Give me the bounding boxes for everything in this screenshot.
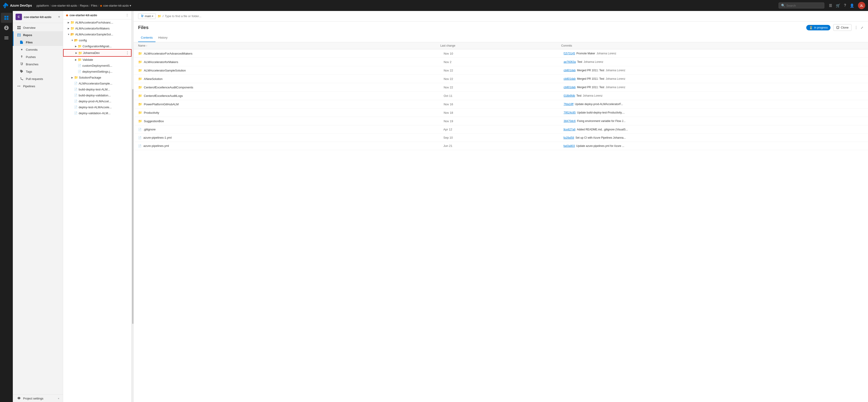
commit-hash[interactable]: 7fda18ff	[564, 103, 574, 106]
commit-message: Promote Maker	[577, 52, 595, 55]
nav-item-overview[interactable]: Overview	[13, 24, 63, 31]
sidebar-icon-overview[interactable]	[1, 13, 12, 23]
tree-item-validate[interactable]: ▶ 📁 Validate	[63, 57, 131, 63]
file-name[interactable]: SuggestionBox	[144, 120, 444, 123]
file-name[interactable]: azure-pipelines-1.yml	[143, 136, 443, 139]
project-add-button[interactable]: +	[58, 15, 60, 19]
tree-item-deploymentsettings[interactable]: ▶ 📄 deploymentSettings.j...	[63, 69, 131, 74]
breadcrumb-pplatform[interactable]: pplatform	[37, 4, 49, 7]
help-icon[interactable]: ?	[844, 3, 846, 7]
commit-hash[interactable]: cb801dab	[564, 86, 576, 89]
search-bar[interactable]: 🔍	[779, 2, 824, 8]
commit-hash[interactable]: 79524c85	[564, 111, 576, 114]
app-logo[interactable]: Azure DevOps	[3, 3, 32, 8]
nav-item-pipelines[interactable]: Pipelines	[13, 82, 63, 90]
commit-hash[interactable]: 9ce827a6	[563, 128, 576, 131]
commit-hash[interactable]: ae76063a	[564, 60, 576, 64]
file-name[interactable]: CenterofExcellenceAuditLogs	[144, 94, 444, 98]
branch-selector[interactable]: main ▾	[138, 13, 156, 19]
nav-item-commits[interactable]: Commits	[13, 46, 63, 53]
file-name[interactable]: .gitignore	[143, 128, 443, 131]
tree-item-deployprod[interactable]: ▶ 📄 deploy-prod-ALMAccel...	[63, 98, 131, 104]
file-name[interactable]: ALMAcceleratorSampleSolution	[144, 69, 444, 72]
tree-item-config[interactable]: ▼ 📂 config	[63, 37, 131, 43]
table-row[interactable]: 📁 ALMAcceleratorforMakers Nov 2 ae76063a…	[133, 58, 868, 66]
breadcrumb-repo[interactable]: coe-starter-kit-azdo	[52, 4, 77, 7]
sidebar-icon-pipelines[interactable]	[1, 33, 12, 43]
commit-hash[interactable]: cb801dab	[564, 77, 576, 80]
tree-label: build-deploy-test-ALM...	[79, 88, 110, 91]
more-options-icon[interactable]: ⋮	[854, 25, 858, 30]
commit-author: Johanna Lorenz	[606, 69, 625, 72]
account-icon[interactable]: 👤	[850, 3, 854, 8]
table-row[interactable]: 📁 CenterofExcellenceAuditComponents Nov …	[133, 83, 868, 92]
file-name[interactable]: ALMAcceleratorforMakers	[144, 60, 444, 64]
file-name[interactable]: CenterofExcellenceAuditComponents	[144, 86, 444, 89]
file-last-change: Sep 10	[443, 136, 563, 139]
file-name[interactable]: ALMAcceleratorForAdvancedMakers	[144, 52, 444, 55]
nav-item-tags[interactable]: Tags	[13, 68, 63, 75]
file-name[interactable]: ANewSolution	[144, 77, 444, 80]
tree-scrollbar[interactable]	[132, 11, 133, 402]
table-row[interactable]: 📄 azure-pipelines.yml Jun 21 fad3a803 Up…	[133, 142, 868, 150]
tree-item-builddeployvalidation[interactable]: ▶ 📄 build-deploy-validation...	[63, 92, 131, 98]
nav-item-files[interactable]: Files	[13, 39, 63, 46]
nav-item-project-settings[interactable]: Project settings «	[13, 395, 63, 402]
path-search-input[interactable]	[165, 14, 229, 18]
collapse-sidebar-icon[interactable]: «	[58, 397, 59, 400]
in-progress-badge[interactable]: ⏳ in progress	[806, 25, 831, 30]
tree-item-deploytest[interactable]: ▶ 📄 deploy-test-ALMAccele...	[63, 104, 131, 110]
commit-hash[interactable]: fa1fbd58	[563, 136, 574, 139]
table-row[interactable]: 📁 PowerPlatformGitHubALM Nov 16 7fda18ff…	[133, 100, 868, 108]
repo-icon: ◆	[66, 13, 68, 17]
breadcrumb-chevron[interactable]: ▾	[130, 4, 131, 7]
sidebar-icon-repos[interactable]	[1, 23, 12, 33]
nav-item-branches[interactable]: Branches	[13, 61, 63, 68]
file-tree-menu-icon[interactable]: ⋮	[126, 13, 129, 17]
file-name[interactable]: Productivity	[144, 111, 444, 114]
tree-item-deployvalidation[interactable]: ▶ 📄 deploy-validation-ALM...	[63, 110, 131, 116]
search-input[interactable]	[786, 4, 822, 7]
tree-item-configmigration[interactable]: ▶ 📁 ConfigurationMigrati...	[63, 43, 131, 49]
tree-item-customdeployment[interactable]: ▶ 📄 customDeploymentS...	[63, 63, 131, 69]
table-row[interactable]: 📁 CenterofExcellenceAuditLogs Oct 11 018…	[133, 92, 868, 100]
user-avatar[interactable]: JL	[858, 2, 865, 9]
shopping-cart-icon[interactable]: 🛒	[836, 3, 840, 8]
svg-point-11	[18, 86, 19, 87]
tab-contents[interactable]: Contents	[138, 34, 155, 42]
nav-label-files: Files	[26, 41, 33, 44]
commit-hash[interactable]: 38470dc6	[564, 120, 576, 123]
tree-item-almaccelsample2[interactable]: ▶ 📄 ALMAcceleratorSample...	[63, 80, 131, 86]
table-row[interactable]: 📁 ALMAcceleratorForAdvancedMakers Nov 10…	[133, 49, 868, 58]
table-row[interactable]: 📄 azure-pipelines-1.yml Sep 10 fa1fbd58 …	[133, 134, 868, 142]
table-row[interactable]: 📄 .gitignore Apr 12 9ce827a6 Added READM…	[133, 125, 868, 134]
sort-asc-icon[interactable]: ↑	[146, 44, 147, 47]
nav-item-pushes[interactable]: Pushes	[13, 53, 63, 61]
commit-hash[interactable]: cb801dab	[564, 69, 576, 72]
tree-item-menu-icon[interactable]: ⋮	[126, 51, 129, 55]
breadcrumb-files[interactable]: Files	[91, 4, 97, 7]
commit-hash[interactable]: 018b6fdb	[564, 94, 575, 97]
nav-item-repos[interactable]: Repos	[13, 31, 63, 39]
tree-item-solutionpackage[interactable]: ▶ 📁 SolutionPackage	[63, 74, 131, 80]
expand-icon[interactable]: ⤢	[861, 26, 863, 30]
file-name[interactable]: PowerPlatformGitHubALM	[144, 103, 444, 106]
commit-hash[interactable]: fad3a803	[563, 144, 575, 147]
nav-item-pull-requests[interactable]: Pull requests	[13, 75, 63, 82]
tab-history[interactable]: History	[155, 34, 170, 42]
breadcrumb-repos[interactable]: Repos	[80, 4, 89, 7]
commit-hash[interactable]: f1573145	[564, 52, 575, 55]
file-name[interactable]: azure-pipelines.yml	[143, 144, 443, 147]
tree-item-almacceladvanced[interactable]: ▶ 📁 ALMAcceleratorForAdvanc...	[63, 20, 131, 25]
clone-button[interactable]: Clone	[833, 24, 851, 31]
tree-item-johannadev[interactable]: ▶ 📁 JohannaDev ⋮	[63, 49, 131, 57]
table-row[interactable]: 📁 SuggestionBox Nov 19 38470dc6 Fixing e…	[133, 117, 868, 125]
table-row[interactable]: 📁 ALMAcceleratorSampleSolution Nov 22 cb…	[133, 66, 868, 75]
tree-item-builddeploytest[interactable]: ▶ 📄 build-deploy-test-ALM...	[63, 86, 131, 92]
tree-item-almaccelsample[interactable]: ▼ 📂 ALMAcceleratorSampleSol...	[63, 31, 131, 37]
table-row[interactable]: 📁 Productivity Nov 18 79524c85 Update bu…	[133, 108, 868, 117]
table-row[interactable]: 📁 ANewSolution Nov 22 cb801dab Merged PR…	[133, 75, 868, 83]
notifications-icon[interactable]: ☰	[829, 3, 832, 8]
breadcrumb-repo2[interactable]: coe-starter-kit-azdo	[103, 4, 129, 7]
tree-item-almaccelmakers[interactable]: ▶ 📁 ALMAcceleratorforMakers	[63, 25, 131, 31]
